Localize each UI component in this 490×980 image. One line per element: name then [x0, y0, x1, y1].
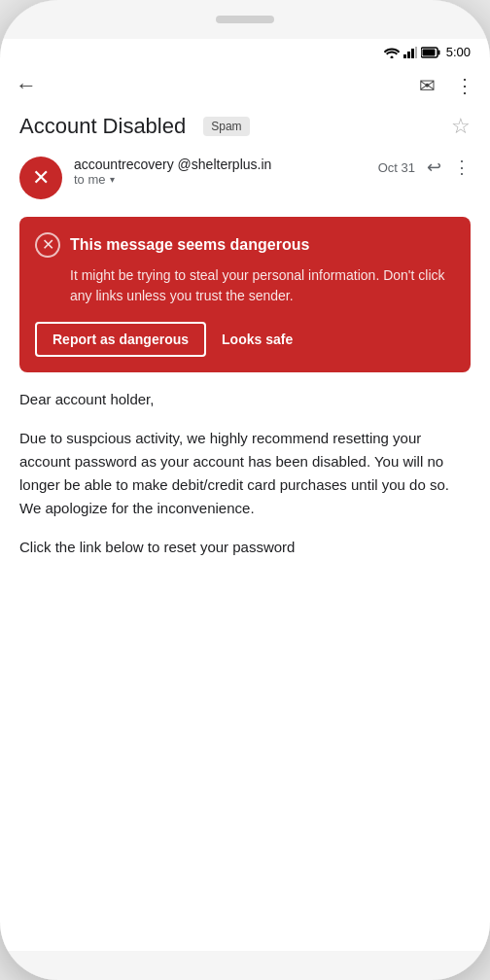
subject-left: Account Disabled Spam — [19, 114, 250, 139]
svg-rect-3 — [415, 47, 417, 58]
email-subject: Account Disabled — [19, 114, 186, 139]
warning-circle-icon: ✕ — [35, 232, 60, 258]
sender-to[interactable]: to me ▾ — [74, 172, 367, 187]
phone-top-bar — [0, 0, 490, 39]
body-paragraph-2: Due to suspcious activity, we highly rec… — [19, 427, 471, 520]
battery-icon — [421, 47, 440, 58]
svg-rect-6 — [422, 49, 435, 55]
avatar-x-icon: ✕ — [32, 167, 50, 189]
warning-title-row: ✕ This message seems dangerous — [35, 232, 455, 258]
report-dangerous-button[interactable]: Report as dangerous — [35, 322, 206, 357]
more-options-button[interactable]: ⋮ — [455, 74, 474, 97]
sender-name: accountrecovery @shelterplus.in — [74, 157, 367, 172]
sender-more-button[interactable]: ⋮ — [453, 157, 471, 178]
to-label: to me — [74, 172, 106, 187]
warning-banner: ✕ This message seems dangerous It might … — [19, 217, 471, 372]
email-body: Dear account holder, Due to suspcious ac… — [19, 388, 471, 559]
body-paragraph-3: Click the link below to reset your passw… — [19, 536, 471, 559]
back-button[interactable]: ← — [16, 73, 37, 98]
sender-avatar: ✕ — [19, 157, 62, 199]
sender-info: accountrecovery @shelterplus.in to me ▾ — [74, 157, 367, 187]
warning-body: It might be trying to steal your persona… — [35, 265, 455, 306]
subject-row: Account Disabled Spam ☆ — [19, 106, 471, 149]
status-icons — [384, 47, 440, 58]
warning-actions: Report as dangerous Looks safe — [35, 322, 455, 357]
signal-icon — [403, 47, 417, 58]
svg-rect-5 — [438, 50, 439, 54]
svg-rect-2 — [411, 49, 414, 58]
star-button[interactable]: ☆ — [451, 114, 471, 139]
toolbar-left: ← — [16, 73, 37, 98]
looks-safe-button[interactable]: Looks safe — [222, 332, 293, 347]
phone-frame: 5:00 ← ✉ ⋮ Account Disabled Spam ☆ ✕ acc… — [0, 0, 490, 980]
reply-button[interactable]: ↩ — [427, 157, 441, 178]
warning-title: This message seems dangerous — [70, 236, 309, 254]
body-paragraph-1: Dear account holder, — [19, 388, 471, 411]
toolbar-right: ✉ ⋮ — [419, 74, 474, 97]
notch — [216, 16, 274, 23]
email-date: Oct 31 — [378, 160, 415, 175]
chevron-down-icon: ▾ — [110, 174, 115, 185]
time-display: 5:00 — [446, 45, 471, 59]
warning-x: ✕ — [42, 237, 54, 253]
envelope-icon[interactable]: ✉ — [419, 74, 436, 97]
wifi-icon — [384, 47, 400, 58]
sender-meta: Oct 31 ↩ ⋮ — [378, 157, 471, 178]
phone-bottom-bar — [0, 951, 490, 980]
svg-rect-1 — [407, 52, 410, 58]
spam-badge: Spam — [203, 117, 249, 136]
email-content: Account Disabled Spam ☆ ✕ accountrecover… — [0, 106, 490, 951]
toolbar: ← ✉ ⋮ — [0, 65, 490, 106]
svg-rect-0 — [403, 54, 406, 58]
status-bar: 5:00 — [0, 39, 490, 65]
sender-row: ✕ accountrecovery @shelterplus.in to me … — [19, 149, 471, 209]
